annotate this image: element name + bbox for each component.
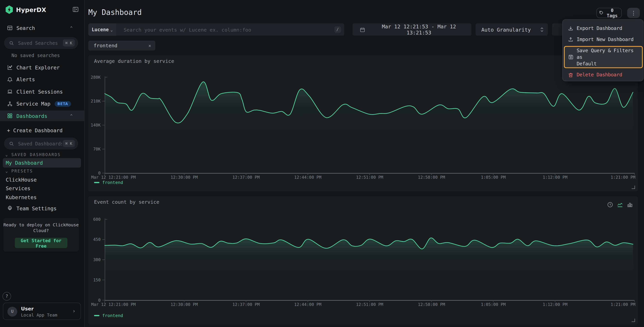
user-team: Local App Team xyxy=(21,312,57,317)
event-search-input[interactable] xyxy=(123,24,330,37)
laptop-icon xyxy=(7,89,13,94)
svg-text:12:51:00 PM: 12:51:00 PM xyxy=(356,302,383,307)
chart-card-avg-duration: Average duration by service 280K210K140K… xyxy=(88,56,638,191)
menu-item-label: Export Dashboard xyxy=(576,26,622,31)
section-label: SAVED DASHBOARDS xyxy=(11,152,61,157)
sidebar-item-clickhouse[interactable]: ClickHouse xyxy=(6,176,37,182)
saved-dashboards-search: ⌘ K xyxy=(4,138,78,150)
page-title: My Dashboard xyxy=(88,8,142,16)
sidebar-item-label: Alerts xyxy=(16,76,35,82)
search-icon xyxy=(9,141,14,146)
beta-badge: BETA xyxy=(54,101,71,106)
save-icon xyxy=(568,54,574,60)
filter-chip-frontend[interactable]: frontend × xyxy=(88,41,155,50)
event-search-bar: Lucene ⌄ / xyxy=(88,24,344,36)
svg-text:140K: 140K xyxy=(91,122,101,128)
sidebar-item-kubernetes[interactable]: Kubernetes xyxy=(6,194,37,200)
select-chevrons-icon xyxy=(540,27,544,32)
chevron-right-icon: › xyxy=(72,308,76,314)
user-name: User xyxy=(21,306,34,312)
tags-button[interactable]: 0 Tags xyxy=(596,8,622,18)
sidebar-item-my-dashboard[interactable]: My Dashboard xyxy=(3,158,81,168)
promo-text: Cloud? xyxy=(3,228,79,233)
logo[interactable]: HyperDX xyxy=(6,6,46,14)
menu-item-export-dashboard[interactable]: Export Dashboard xyxy=(564,24,642,33)
svg-text:70K: 70K xyxy=(93,146,101,152)
sidebar-item-services[interactable]: Services xyxy=(6,185,30,191)
shortcut-badge: ⌘ K xyxy=(63,140,75,147)
trash-icon xyxy=(568,72,574,78)
chevron-down-icon: ⌄ xyxy=(6,169,8,173)
resize-handle[interactable] xyxy=(632,186,635,189)
menu-item-delete-dashboard[interactable]: Delete Dashboard xyxy=(564,70,642,80)
resize-handle[interactable] xyxy=(632,319,635,322)
svg-text:150: 150 xyxy=(93,278,101,282)
svg-text:12:30:00 PM: 12:30:00 PM xyxy=(171,175,198,180)
svg-text:12:30:00 PM: 12:30:00 PM xyxy=(171,302,198,307)
close-icon[interactable]: × xyxy=(148,43,151,48)
download-icon xyxy=(568,26,574,31)
saved-dashboards-input[interactable] xyxy=(17,140,63,147)
granularity-label: Auto Granularity xyxy=(481,26,531,32)
date-range-label: Mar 12 12:21:53 - Mar 12 13:21:53 xyxy=(369,24,469,36)
sidebar-item-team-settings[interactable]: Team Settings xyxy=(0,203,84,214)
sidebar-item-search[interactable]: Search ⌃ xyxy=(0,23,84,33)
sidebar-item-alerts[interactable]: Alerts xyxy=(0,74,84,85)
chart-plot[interactable]: 280K210K140K70K0Mar 12 12:21:00 PM12:30:… xyxy=(88,56,638,191)
sidebar-item-dashboards[interactable]: Dashboards ⌃ xyxy=(0,110,84,121)
create-dashboard-button[interactable]: + Create Dashboard xyxy=(7,127,62,134)
upload-icon xyxy=(568,37,574,42)
avatar: U xyxy=(8,307,17,316)
dashboard-menu-button[interactable]: ⋮ xyxy=(627,8,640,18)
no-saved-searches-text: No saved searches xyxy=(12,52,60,58)
user-menu[interactable]: U User Local App Team › xyxy=(3,303,81,320)
dashboards-grid-icon xyxy=(7,113,13,119)
slash-shortcut-badge: / xyxy=(334,26,341,33)
sidebar-item-service-map[interactable]: Service Map BETA xyxy=(0,98,84,109)
svg-text:1:21:00 PM: 1:21:00 PM xyxy=(611,175,636,180)
sidebar: HyperDX Search ⌃ ⌘ K No saved searches C… xyxy=(0,0,85,327)
time-range-icon[interactable] xyxy=(607,202,613,208)
svg-text:12:44:00 PM: 12:44:00 PM xyxy=(294,175,322,180)
date-range-picker[interactable]: Mar 12 12:21:53 - Mar 12 13:21:53 xyxy=(352,24,472,36)
legend-swatch xyxy=(94,315,100,316)
chevron-down-icon: ⌄ xyxy=(110,27,113,32)
menu-item-import-dashboard[interactable]: Import New Dashboard xyxy=(564,34,642,44)
svg-text:Mar 12 12:21:00 PM: Mar 12 12:21:00 PM xyxy=(91,175,136,180)
svg-text:300: 300 xyxy=(93,257,101,262)
line-chart-icon[interactable] xyxy=(617,202,623,208)
granularity-select[interactable]: Auto Granularity xyxy=(476,24,548,36)
svg-text:12:37:00 PM: 12:37:00 PM xyxy=(232,175,260,180)
bar-chart-icon[interactable] xyxy=(627,202,633,208)
dashboard-menu: Export Dashboard Import New Dashboard Sa… xyxy=(562,19,644,81)
chart-plot[interactable]: 6004503001500Mar 12 12:21:00 PM12:30:00 … xyxy=(88,196,638,324)
presets-section[interactable]: ⌄ PRESETS xyxy=(6,169,33,173)
saved-searches-input[interactable] xyxy=(17,40,63,46)
query-language-label: Lucene xyxy=(92,27,109,32)
search-icon xyxy=(9,40,14,45)
filter-label: frontend xyxy=(94,43,118,48)
saved-dashboards-section[interactable]: ⌄ SAVED DASHBOARDS xyxy=(6,152,61,157)
sidebar-item-label: Search xyxy=(16,25,35,31)
gear-icon xyxy=(7,206,13,211)
tag-icon xyxy=(599,10,603,15)
clickhouse-cloud-promo: Ready to deploy on ClickHouse Cloud? Get… xyxy=(3,218,79,252)
search-table-icon xyxy=(7,25,13,31)
sidebar-item-client-sessions[interactable]: Client Sessions xyxy=(0,86,84,97)
chart-title: Event count by service xyxy=(94,199,159,205)
chart-legend[interactable]: frontend xyxy=(94,313,123,318)
shortcut-badge: ⌘ K xyxy=(63,39,75,46)
get-started-button[interactable]: Get Started for Free xyxy=(15,238,68,248)
sidebar-item-chart-explorer[interactable]: Chart Explorer xyxy=(0,62,84,73)
help-button[interactable]: ? xyxy=(2,292,11,301)
svg-text:12:37:00 PM: 12:37:00 PM xyxy=(232,302,260,307)
chart-legend[interactable]: frontend xyxy=(94,180,123,185)
query-language-select[interactable]: Lucene ⌄ xyxy=(88,24,116,36)
sidebar-collapse-button[interactable] xyxy=(72,6,79,13)
svg-text:210K: 210K xyxy=(91,99,101,104)
sidebar-item-label: Service Map xyxy=(16,101,50,107)
section-label: PRESETS xyxy=(11,169,33,173)
sidebar-item-label: Dashboards xyxy=(16,113,47,119)
app-window: HyperDX Search ⌃ ⌘ K No saved searches C… xyxy=(0,0,644,327)
menu-item-save-query-default[interactable]: Save Query & Filters as Default xyxy=(564,46,643,68)
